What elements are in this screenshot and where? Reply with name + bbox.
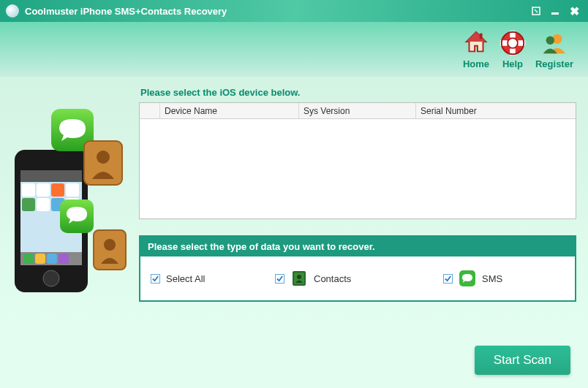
svg-rect-20	[37, 183, 50, 197]
lifebuoy-icon	[499, 29, 527, 57]
app-title: Coolmuster iPhone SMS+Contacts Recovery	[25, 6, 227, 17]
table-header: Device Name Sys Version Serial Number	[140, 103, 576, 119]
checkbox-icon[interactable]	[275, 274, 284, 284]
contacts-icon	[290, 270, 308, 287]
device-prompt: Please select the iOS device below.	[140, 87, 576, 98]
main-panel: Please select the iOS device below. Devi…	[139, 84, 576, 337]
select-all-label: Select All	[166, 273, 205, 284]
col-sys-version[interactable]: Sys Version	[299, 103, 416, 118]
svg-rect-21	[51, 183, 64, 197]
home-button[interactable]: Home	[462, 29, 490, 69]
table-body	[140, 119, 576, 218]
svg-marker-4	[467, 32, 486, 42]
contacts-label: Contacts	[314, 273, 351, 284]
device-table: Device Name Sys Version Serial Number	[139, 102, 576, 219]
svg-rect-24	[37, 198, 50, 211]
type-prompt: Please select the type of data you want …	[140, 237, 575, 256]
svg-point-32	[43, 270, 59, 286]
sms-option[interactable]: SMS	[443, 270, 565, 287]
svg-rect-29	[35, 254, 45, 264]
users-icon	[540, 29, 568, 57]
home-icon	[462, 29, 490, 57]
pin-button[interactable]	[528, 4, 544, 18]
app-logo-icon	[6, 4, 19, 18]
footer: Start Scan	[0, 337, 588, 388]
help-button[interactable]: Help	[499, 29, 527, 69]
minimize-button[interactable]	[547, 4, 563, 18]
checkbox-icon[interactable]	[443, 274, 453, 284]
start-scan-button[interactable]: Start Scan	[475, 346, 570, 375]
select-all-option[interactable]: Select All	[151, 273, 275, 284]
col-serial-number[interactable]: Serial Number	[416, 103, 576, 118]
svg-rect-23	[22, 198, 35, 211]
svg-rect-2	[551, 12, 559, 15]
col-select[interactable]	[140, 103, 160, 118]
svg-rect-30	[47, 254, 57, 264]
data-type-panel: Please select the type of data you want …	[139, 235, 576, 302]
close-button[interactable]: ✖	[566, 4, 582, 18]
sms-label: SMS	[482, 273, 502, 284]
device-illustration	[7, 106, 132, 325]
svg-rect-19	[22, 183, 35, 197]
svg-rect-18	[20, 170, 82, 182]
register-label: Register	[535, 58, 573, 69]
col-device-name[interactable]: Device Name	[160, 103, 299, 118]
help-label: Help	[502, 58, 523, 69]
sms-icon	[459, 270, 476, 287]
contacts-option[interactable]: Contacts	[275, 270, 443, 287]
toolbar: Home Help Register	[0, 22, 588, 77]
svg-rect-5	[480, 34, 483, 39]
register-button[interactable]: Register	[535, 29, 573, 69]
titlebar: Coolmuster iPhone SMS+Contacts Recovery …	[0, 0, 588, 22]
home-label: Home	[463, 58, 489, 69]
svg-point-15	[546, 37, 554, 45]
svg-point-38	[104, 239, 116, 251]
svg-rect-22	[66, 183, 79, 197]
svg-line-1	[535, 9, 538, 12]
svg-rect-28	[23, 254, 34, 264]
svg-point-41	[297, 275, 301, 279]
checkbox-icon[interactable]	[151, 274, 160, 284]
svg-rect-31	[59, 254, 69, 264]
svg-point-35	[97, 151, 110, 164]
